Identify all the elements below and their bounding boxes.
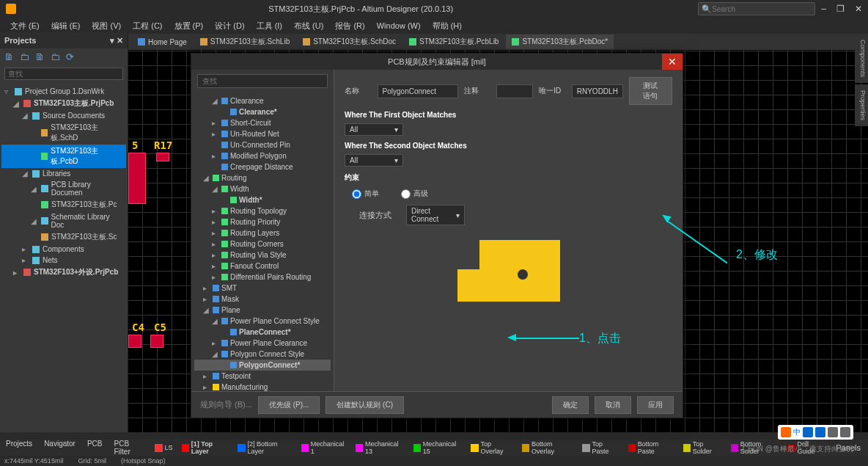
- toolbar-icon[interactable]: 🗀: [20, 51, 29, 62]
- tree-item[interactable]: ◢Libraries: [1, 168, 126, 179]
- tree-item[interactable]: ◢STM32F103主板.PrjPcb: [1, 97, 126, 110]
- create-default-button[interactable]: 创建默认规则 (C): [326, 396, 404, 414]
- tree-item[interactable]: ▸STM32F103+外设.PrjPcb: [1, 266, 126, 279]
- panel-menu-icon[interactable]: ▾ ✕: [110, 36, 123, 45]
- document-tab[interactable]: STM32F103主板.PcbLib: [403, 34, 504, 49]
- rules-search-input[interactable]: [197, 74, 328, 88]
- rule-tree-item[interactable]: ◢Routing: [194, 172, 331, 183]
- layer-tab[interactable]: Mechanical 15: [411, 440, 466, 455]
- test-query-button[interactable]: 测试语句: [629, 77, 672, 105]
- menu-item[interactable]: 编辑 (E): [47, 19, 85, 33]
- document-tab[interactable]: STM32F103主板.PcbDoc*: [506, 34, 614, 49]
- simple-radio[interactable]: 简单: [352, 189, 379, 199]
- menu-item[interactable]: Window (W): [372, 20, 425, 32]
- rule-tree-item[interactable]: ▸Testpoint: [194, 371, 331, 382]
- menu-item[interactable]: 文件 (E): [6, 19, 44, 33]
- layer-tab[interactable]: LS: [152, 444, 176, 452]
- close-button[interactable]: ✕: [855, 4, 862, 14]
- layer-tab[interactable]: [2] Bottom Layer: [235, 440, 295, 455]
- side-tab-components[interactable]: Components: [855, 34, 868, 83]
- layer-tab[interactable]: Top Paste: [579, 440, 622, 455]
- menu-item[interactable]: 视图 (V): [87, 19, 125, 33]
- toolbar-icon[interactable]: 🗀: [51, 51, 60, 62]
- tree-item[interactable]: ▸Components: [1, 244, 126, 255]
- tree-item[interactable]: ◢Schematic Library Doc: [1, 211, 126, 230]
- tree-item[interactable]: ◢Source Documents: [1, 110, 126, 121]
- where2-dropdown[interactable]: All▾: [345, 154, 403, 167]
- tree-item[interactable]: STM32F103主板.SchD: [1, 121, 126, 145]
- connect-style-dropdown[interactable]: Direct Connect▾: [406, 205, 465, 225]
- tree-item[interactable]: ▿Project Group 1.DsnWrk: [1, 86, 126, 97]
- menu-item[interactable]: 布线 (U): [290, 19, 328, 33]
- rule-tree-item[interactable]: ▸Modified Polygon: [194, 150, 331, 161]
- rule-tree-item[interactable]: Un-Connected Pin: [194, 139, 331, 150]
- tree-item[interactable]: STM32F103主板.Pc: [1, 198, 126, 211]
- rule-tree-item[interactable]: ▸Un-Routed Net: [194, 128, 331, 139]
- toolbar-icon[interactable]: 🗎: [4, 51, 14, 62]
- rule-tree-item[interactable]: Width*: [194, 194, 331, 205]
- rule-tree-item[interactable]: PlaneConnect*: [194, 327, 331, 338]
- advanced-radio[interactable]: 高级: [401, 189, 428, 199]
- rule-tree-item[interactable]: ▸Routing Topology: [194, 205, 331, 216]
- menu-item[interactable]: 放置 (P): [170, 19, 208, 33]
- layer-tab[interactable]: Bottom Paste: [625, 440, 677, 455]
- bottom-tab[interactable]: Navigator: [38, 437, 81, 458]
- menu-item[interactable]: 设计 (D): [210, 19, 249, 33]
- tree-item[interactable]: STM32F103主板.PcbD: [1, 145, 126, 168]
- rule-tree-item[interactable]: Clearance*: [194, 106, 331, 117]
- tree-item[interactable]: ▸Nets: [1, 255, 126, 266]
- rule-comment-input[interactable]: [496, 84, 533, 98]
- dialog-close-button[interactable]: ✕: [662, 54, 683, 70]
- rule-tree-item[interactable]: ▸Fanout Control: [194, 261, 331, 272]
- layer-tab[interactable]: Mechanical 1: [298, 440, 350, 455]
- rule-tree-item[interactable]: ▸Routing Corners: [194, 239, 331, 250]
- document-tab[interactable]: STM32F103主板.SchLib: [194, 34, 295, 49]
- rule-tree-item[interactable]: ▸Routing Layers: [194, 227, 331, 239]
- bottom-tab[interactable]: PCB: [81, 437, 108, 458]
- layer-tab[interactable]: Top Overlay: [468, 440, 516, 455]
- layer-tab[interactable]: Bottom Overlay: [519, 440, 577, 455]
- apply-button[interactable]: 应用: [637, 396, 674, 414]
- wizard-link[interactable]: 规则向导 (B)...: [200, 399, 252, 410]
- tree-item[interactable]: STM32F103主板.Sc: [1, 230, 126, 244]
- rule-tree-item[interactable]: ◢Clearance: [194, 95, 331, 106]
- rule-uid-input[interactable]: [572, 84, 623, 98]
- rule-tree-item[interactable]: ▸Power Plane Clearance: [194, 338, 331, 349]
- toolbar-icon[interactable]: ⟳: [66, 51, 74, 62]
- side-tab-properties[interactable]: Properties: [855, 84, 868, 126]
- rule-tree-item[interactable]: ▸SMT: [194, 283, 331, 294]
- global-search[interactable]: 🔍: [698, 2, 815, 15]
- menu-item[interactable]: 工具 (I): [252, 19, 287, 33]
- rule-tree-item[interactable]: ◢Power Plane Connect Style: [194, 316, 331, 327]
- rule-tree-item[interactable]: Creepage Distance: [194, 161, 331, 172]
- where1-dropdown[interactable]: All▾: [345, 123, 403, 136]
- priority-button[interactable]: 优先级 (P)...: [258, 396, 320, 414]
- layer-tab[interactable]: [1] Top Layer: [179, 440, 232, 455]
- layer-tab[interactable]: Top Solder: [680, 440, 725, 455]
- document-tab[interactable]: STM32F103主板.SchDoc: [297, 34, 402, 49]
- rule-tree-item[interactable]: ◢Polygon Connect Style: [194, 349, 331, 360]
- rule-tree-item[interactable]: ▸Differential Pairs Routing: [194, 272, 331, 283]
- rule-tree-item[interactable]: PolygonConnect*: [194, 360, 331, 371]
- ok-button[interactable]: 确定: [552, 396, 589, 414]
- maximize-button[interactable]: ❐: [836, 4, 845, 14]
- layer-tab[interactable]: Mechanical 13: [353, 440, 408, 455]
- tree-item[interactable]: ◢PCB Library Documen: [1, 179, 126, 198]
- global-search-input[interactable]: [712, 5, 812, 13]
- bottom-tab[interactable]: Projects: [0, 437, 38, 458]
- rule-tree-item[interactable]: ▸Routing Via Style: [194, 250, 331, 261]
- rule-tree-item[interactable]: ▸Short-Circuit: [194, 117, 331, 128]
- toolbar-icon[interactable]: 🗎: [35, 51, 45, 62]
- menu-item[interactable]: 工程 (C): [128, 19, 166, 33]
- menu-item[interactable]: 帮助 (H): [428, 19, 466, 33]
- rule-name-input[interactable]: [378, 84, 458, 98]
- rule-tree-item[interactable]: ◢Plane: [194, 305, 331, 316]
- cancel-button[interactable]: 取消: [595, 396, 631, 414]
- rule-tree-item[interactable]: ◢Width: [194, 183, 331, 194]
- menu-item[interactable]: 报告 (R): [331, 19, 369, 33]
- document-tab[interactable]: Home Page: [132, 36, 193, 48]
- minimize-button[interactable]: –: [821, 4, 826, 14]
- rule-tree-item[interactable]: ▸Manufacturing: [194, 382, 331, 391]
- projects-search-input[interactable]: [4, 68, 123, 80]
- bottom-tab[interactable]: PCB Filter: [108, 437, 144, 458]
